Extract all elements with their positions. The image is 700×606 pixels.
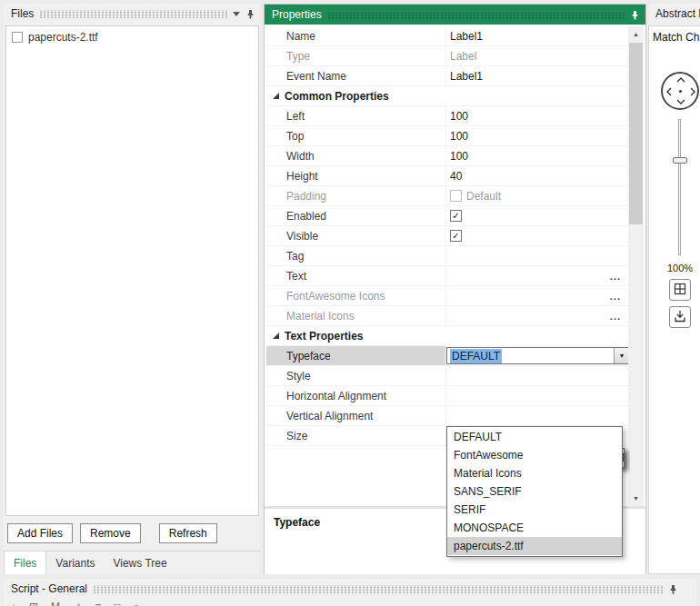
prop-row-typeface[interactable]: TypefaceDEFAULT▼: [266, 346, 630, 366]
pin-icon[interactable]: [245, 9, 255, 19]
prop-row-height[interactable]: Height40: [266, 166, 630, 186]
checkbox[interactable]: [450, 190, 462, 202]
tab-variants[interactable]: Variants: [46, 551, 104, 574]
prop-value-typeface[interactable]: DEFAULT▼: [446, 347, 630, 364]
expander-icon[interactable]: [272, 332, 280, 340]
scroll-up-icon[interactable]: ▲: [628, 26, 644, 42]
combo-selected-text[interactable]: DEFAULT: [450, 349, 502, 363]
prop-label-visible[interactable]: Visible: [266, 226, 446, 245]
zoom-slider[interactable]: [671, 119, 689, 255]
toolbar-icon-3[interactable]: ✓: [73, 601, 82, 606]
prop-value-width[interactable]: 100: [446, 146, 630, 165]
prop-row-width[interactable]: Width100: [266, 146, 630, 166]
file-checkbox[interactable]: [12, 32, 23, 43]
prop-value-type[interactable]: Label: [446, 46, 630, 65]
prop-row-fontawesome-icons[interactable]: FontAwesome Icons...: [266, 286, 630, 306]
dropdown-item-material-icons[interactable]: Material Icons: [447, 464, 622, 482]
prop-row-left[interactable]: Left100: [266, 106, 630, 126]
prop-value-tag[interactable]: [446, 246, 630, 265]
prop-row-top[interactable]: Top100: [266, 126, 630, 146]
refresh-button[interactable]: Refresh: [159, 523, 217, 543]
pan-up-icon[interactable]: [676, 77, 685, 83]
prop-row-common-properties[interactable]: Common Properties: [266, 86, 630, 106]
prop-label-text[interactable]: Text: [266, 266, 446, 285]
checkbox[interactable]: ✓: [450, 210, 462, 222]
prop-row-material-icons[interactable]: Material Icons...: [266, 306, 630, 326]
prop-label-vertical-alignment[interactable]: Vertical Alignment: [266, 406, 446, 425]
prop-label-size[interactable]: Size: [266, 426, 446, 445]
prop-row-visible[interactable]: Visible✓: [266, 226, 630, 246]
prop-row-type[interactable]: TypeLabel: [266, 46, 630, 66]
pan-right-icon[interactable]: [690, 87, 695, 96]
prop-value-horizontal-alignment[interactable]: [446, 386, 630, 405]
prop-value-enabled[interactable]: ✓: [446, 206, 630, 225]
checkbox[interactable]: ✓: [450, 230, 462, 242]
prop-row-event-name[interactable]: Event NameLabel1: [266, 66, 630, 86]
prop-label-name[interactable]: Name: [266, 26, 446, 45]
pan-left-icon[interactable]: [666, 87, 672, 96]
toolbar-icon-5[interactable]: □: [114, 601, 120, 606]
prop-value-top[interactable]: 100: [446, 126, 630, 145]
pin-icon[interactable]: [630, 10, 640, 20]
prop-label-tag[interactable]: Tag: [266, 246, 446, 265]
properties-scrollbar[interactable]: ▲ ▼: [628, 26, 644, 506]
prop-value-height[interactable]: 40: [446, 166, 630, 185]
pan-center-dot[interactable]: [679, 90, 682, 93]
scrollbar-thumb[interactable]: [629, 43, 643, 224]
tab-views-tree[interactable]: Views Tree: [104, 551, 175, 574]
prop-row-enabled[interactable]: Enabled✓: [266, 206, 630, 226]
fit-to-window-button[interactable]: [669, 279, 691, 301]
toolbar-icon-2[interactable]: M: [51, 601, 60, 606]
prop-row-padding[interactable]: PaddingDefault: [266, 186, 630, 206]
prop-value-visible[interactable]: ✓: [446, 226, 630, 245]
dropdown-item-sans-serif[interactable]: SANS_SERIF: [447, 482, 622, 501]
prop-label-style[interactable]: Style: [266, 366, 446, 385]
dropdown-item-default[interactable]: DEFAULT: [447, 428, 622, 446]
prop-value-event-name[interactable]: Label1: [446, 66, 630, 85]
dropdown-item-monospace[interactable]: MONOSPACE: [447, 519, 622, 537]
prop-label-enabled[interactable]: Enabled: [266, 206, 446, 225]
prop-row-horizontal-alignment[interactable]: Horizontal Alignment: [266, 386, 630, 406]
prop-value-material-icons[interactable]: ...: [446, 306, 630, 325]
prop-label-type[interactable]: Type: [266, 46, 446, 65]
prop-label-top[interactable]: Top: [266, 126, 446, 145]
prop-value-vertical-alignment[interactable]: [446, 406, 630, 425]
prop-label-left[interactable]: Left: [266, 106, 446, 125]
prop-value-left[interactable]: 100: [446, 106, 630, 125]
prop-row-text-properties[interactable]: Text Properties: [266, 326, 630, 346]
chevron-down-icon[interactable]: [233, 12, 240, 16]
zoom-slider-track[interactable]: [678, 119, 681, 255]
prop-label-padding[interactable]: Padding: [266, 186, 446, 205]
toolbar-icon-1[interactable]: ⊞: [29, 601, 38, 606]
import-button[interactable]: [669, 306, 691, 328]
toolbar-icon-6[interactable]: ○: [133, 601, 139, 606]
pin-icon[interactable]: [668, 584, 678, 594]
pan-down-icon[interactable]: [676, 99, 685, 104]
pan-control[interactable]: [661, 72, 699, 110]
prop-label-material-icons[interactable]: Material Icons: [266, 306, 446, 325]
combo-dropdown-button[interactable]: ▼: [614, 348, 629, 363]
prop-row-vertical-alignment[interactable]: Vertical Alignment: [266, 406, 630, 426]
scroll-down-icon[interactable]: ▼: [628, 491, 644, 506]
dropdown-item-serif[interactable]: SERIF: [447, 501, 622, 519]
prop-label-typeface[interactable]: Typeface: [266, 346, 446, 365]
toolbar-icon-0[interactable]: ↓: [11, 601, 16, 606]
dropdown-item-fontawesome[interactable]: FontAwesome: [447, 446, 622, 464]
prop-label-event-name[interactable]: Event Name: [266, 66, 446, 85]
ellipsis-button[interactable]: ...: [610, 291, 626, 302]
remove-button[interactable]: Remove: [80, 523, 141, 543]
prop-value-padding[interactable]: Default: [446, 186, 630, 205]
add-files-button[interactable]: Add Files: [7, 523, 73, 543]
prop-label-width[interactable]: Width: [266, 146, 446, 165]
prop-label-fontawesome-icons[interactable]: FontAwesome Icons: [266, 286, 446, 305]
ellipsis-button[interactable]: ...: [610, 271, 626, 282]
prop-value-text[interactable]: ...: [446, 266, 630, 285]
prop-row-style[interactable]: Style: [266, 366, 630, 386]
file-item[interactable]: papercuts-2.ttf: [12, 31, 253, 44]
toolbar-icon-4[interactable]: ≡: [95, 601, 101, 606]
ellipsis-button[interactable]: ...: [610, 311, 626, 322]
prop-value-fontawesome-icons[interactable]: ...: [446, 286, 630, 305]
prop-value-name[interactable]: Label1: [446, 26, 630, 45]
prop-label-horizontal-alignment[interactable]: Horizontal Alignment: [266, 386, 446, 405]
prop-value-style[interactable]: [446, 366, 630, 385]
